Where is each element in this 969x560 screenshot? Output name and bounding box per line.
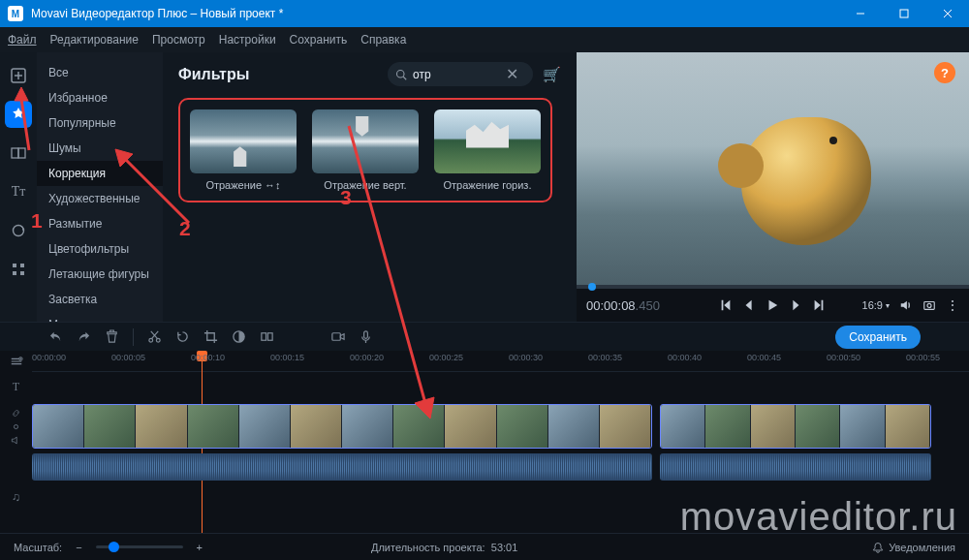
- maximize-button[interactable]: [882, 0, 925, 27]
- step-fwd-button[interactable]: [789, 298, 802, 312]
- arrow-3: [320, 116, 455, 426]
- search-input[interactable]: [413, 68, 500, 81]
- menu-file[interactable]: Файл: [8, 33, 37, 47]
- titles-button[interactable]: Tт: [5, 178, 32, 205]
- ruler-mark: 00:00:40: [668, 353, 702, 362]
- svg-line-15: [403, 77, 406, 79]
- menu-view[interactable]: Просмотр: [152, 33, 205, 47]
- svg-line-31: [349, 126, 426, 407]
- arrow-2: [111, 145, 199, 233]
- svg-point-17: [927, 303, 931, 307]
- undo-button[interactable]: [48, 329, 63, 344]
- svg-line-27: [21, 99, 29, 150]
- svg-line-29: [125, 159, 189, 223]
- rotate-button[interactable]: [175, 329, 190, 344]
- titlebar: M Movavi Видеоредактор Плюс – Новый прое…: [0, 0, 969, 27]
- mute-icon[interactable]: [11, 435, 21, 446]
- annotation-1: 1: [31, 209, 43, 233]
- export-button[interactable]: Сохранить: [835, 326, 921, 349]
- svg-point-18: [149, 338, 153, 342]
- delete-button[interactable]: [105, 329, 119, 344]
- ruler-mark: 00:00:50: [827, 353, 860, 362]
- step-back-button[interactable]: [742, 298, 756, 312]
- ruler-mark: 00:00:00: [32, 353, 66, 362]
- audio-track-gutter[interactable]: ♫: [0, 490, 32, 504]
- cut-button[interactable]: [147, 329, 162, 344]
- skip-start-button[interactable]: [719, 298, 733, 312]
- more-tools-button[interactable]: [5, 256, 32, 283]
- menu-edit[interactable]: Редактирование: [50, 33, 139, 47]
- link-icon: [11, 408, 21, 419]
- video-clip-2[interactable]: [660, 404, 931, 449]
- category-all[interactable]: Все: [37, 60, 163, 85]
- svg-rect-12: [13, 271, 16, 275]
- close-button[interactable]: [925, 0, 969, 27]
- search-field[interactable]: ✕: [388, 62, 533, 86]
- window-title: Movavi Видеоредактор Плюс – Новый проект…: [31, 7, 838, 20]
- preview-seekbar[interactable]: [577, 285, 969, 289]
- category-flying[interactable]: Летающие фигуры: [37, 262, 163, 287]
- transition-wizard-button[interactable]: [260, 329, 274, 344]
- stickers-button[interactable]: [5, 217, 32, 244]
- zoom-in-button[interactable]: +: [197, 542, 203, 553]
- add-media-button[interactable]: [5, 62, 32, 89]
- svg-point-26: [14, 424, 17, 428]
- status-bar: Масштаб: − + Длительность проекта: 53:01…: [0, 533, 969, 560]
- svg-rect-10: [13, 264, 16, 267]
- menu-settings[interactable]: Настройки: [219, 33, 276, 47]
- audio-clip-1[interactable]: [32, 453, 652, 481]
- ruler-mark: 00:00:35: [588, 353, 622, 362]
- linked-audio-track[interactable]: [32, 451, 969, 482]
- svg-rect-1: [900, 10, 908, 17]
- clear-search-icon[interactable]: ✕: [506, 65, 518, 83]
- category-lightleak[interactable]: Засветка: [37, 287, 163, 312]
- help-button[interactable]: ?: [934, 62, 955, 83]
- title-track-gutter[interactable]: T: [0, 380, 32, 394]
- category-favorites[interactable]: Избранное: [37, 85, 163, 110]
- preview-panel: ? 00:00:08.450 16:9▾ ⋮: [577, 52, 969, 322]
- filter-thumbnail: [190, 109, 297, 173]
- video-track-gutter[interactable]: [0, 408, 32, 446]
- preview-controls: 00:00:08.450 16:9▾ ⋮: [577, 289, 969, 322]
- video-track[interactable]: [32, 401, 969, 451]
- panel-title: Фильтры: [178, 66, 378, 83]
- minimize-button[interactable]: [838, 0, 882, 27]
- store-icon[interactable]: 🛒: [543, 66, 561, 83]
- add-track-button[interactable]: [0, 351, 32, 372]
- zoom-slider[interactable]: [96, 545, 183, 548]
- audio-clip-2[interactable]: [660, 453, 931, 481]
- svg-point-19: [156, 338, 160, 342]
- category-popular[interactable]: Популярные: [37, 110, 163, 136]
- ruler-mark: 00:00:15: [270, 353, 304, 362]
- visibility-icon[interactable]: [11, 421, 21, 432]
- audio-track[interactable]: [32, 482, 969, 512]
- timeline: 00:00:0000:00:0500:00:1000:00:1500:00:20…: [0, 351, 969, 512]
- crop-button[interactable]: [203, 329, 218, 344]
- search-icon: [395, 69, 407, 80]
- preview-menu-button[interactable]: ⋮: [946, 297, 959, 313]
- bell-icon: [872, 542, 884, 553]
- menu-save[interactable]: Сохранить: [290, 33, 348, 47]
- notifications-button[interactable]: Уведомления: [872, 542, 955, 553]
- play-button[interactable]: [766, 298, 779, 312]
- app-logo: M: [8, 6, 23, 21]
- preview-viewport[interactable]: [577, 52, 969, 285]
- svg-rect-11: [20, 264, 24, 267]
- menubar: Файл Редактирование Просмотр Настройки С…: [0, 27, 969, 52]
- color-adjust-button[interactable]: [232, 329, 246, 344]
- timeline-ruler[interactable]: 00:00:0000:00:0500:00:1000:00:1500:00:20…: [32, 351, 969, 372]
- arrow-1: [12, 87, 41, 155]
- redo-button[interactable]: [77, 329, 91, 344]
- title-track[interactable]: [32, 372, 969, 401]
- volume-button[interactable]: [899, 298, 913, 312]
- timeline-toolbar: Сохранить: [0, 322, 969, 351]
- menu-help[interactable]: Справка: [360, 33, 406, 47]
- filter-card-reflect-both[interactable]: Отражение ↔↕: [190, 109, 297, 191]
- category-colorfilters[interactable]: Цветофильтры: [37, 236, 163, 262]
- aspect-ratio-selector[interactable]: 16:9▾: [862, 299, 890, 311]
- zoom-out-button[interactable]: −: [76, 542, 81, 553]
- skip-end-button[interactable]: [812, 298, 826, 312]
- snapshot-button[interactable]: [922, 298, 936, 312]
- filter-label: Отражение ↔↕: [190, 179, 297, 191]
- category-mosaic[interactable]: Мозаика: [37, 312, 163, 322]
